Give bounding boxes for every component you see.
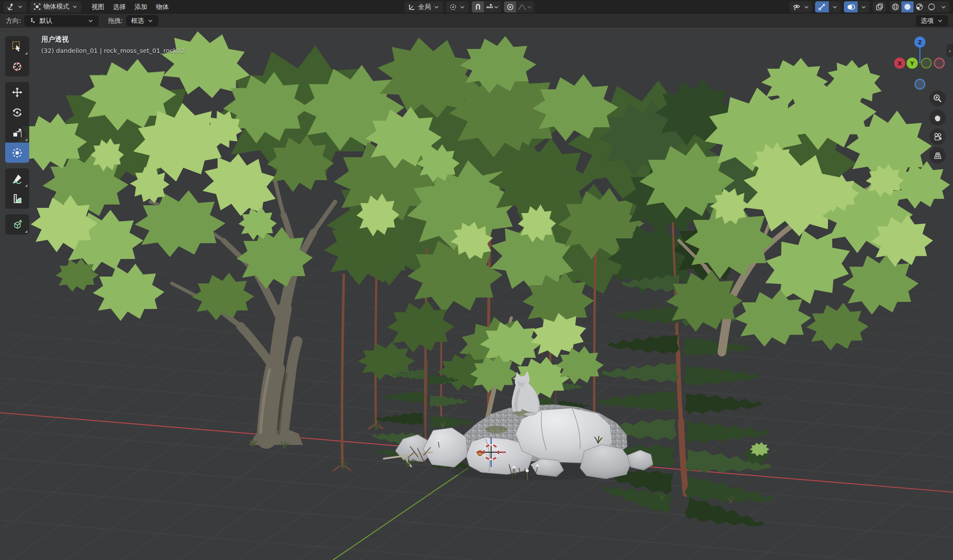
blender-window: 物体模式 视图 选择 添加 物体 全局 <box>0 0 953 560</box>
direction-value: 默认 <box>40 17 52 25</box>
chevron-down-icon <box>526 6 532 9</box>
chevron-down-icon <box>459 6 465 9</box>
pan-button[interactable] <box>929 110 946 126</box>
snap-magnet-icon <box>474 3 482 11</box>
options-dropdown[interactable]: 选项 <box>916 15 948 26</box>
tool-rotate[interactable] <box>5 102 29 122</box>
navigation-zone: Z X Y <box>884 27 953 173</box>
3d-cursor-icon <box>12 61 23 72</box>
orientation-label: 全局 <box>418 3 431 11</box>
gizmo-arrow-icon <box>818 3 826 11</box>
rendered-sphere-icon <box>928 3 935 11</box>
menu-view[interactable]: 视图 <box>87 1 109 12</box>
drag-value: 框选 <box>131 17 144 25</box>
viewport-header: 物体模式 视图 选择 添加 物体 全局 <box>0 0 953 14</box>
tool-move[interactable] <box>5 82 29 102</box>
drag-label: 拖拽: <box>108 17 123 25</box>
scale-icon <box>12 127 23 138</box>
shading-material-button[interactable] <box>913 1 926 12</box>
camera-icon <box>933 132 943 142</box>
tool-annotate[interactable] <box>5 168 29 189</box>
proportional-editing-toggle[interactable] <box>504 1 516 12</box>
chevron-down-icon <box>147 19 153 22</box>
chevron-down-icon <box>941 6 947 9</box>
gizmo-z-label: Z <box>918 39 922 46</box>
mode-selector[interactable]: 物体模式 <box>30 1 81 12</box>
gizmo-axis-x-neg[interactable] <box>935 58 944 68</box>
tool-settings-bar: 方向: 默认 拖拽: 框选 选项 <box>0 14 953 27</box>
shading-rendered-button[interactable] <box>926 1 938 12</box>
rotate-icon <box>12 107 23 118</box>
overlays-icon <box>847 3 855 11</box>
hand-icon <box>933 113 942 122</box>
chevron-down-icon <box>72 5 78 8</box>
proportional-falloff-dropdown[interactable] <box>516 1 534 12</box>
pivot-point-dropdown[interactable] <box>446 1 469 12</box>
grid-toggle-button[interactable] <box>929 147 946 164</box>
wireframe-sphere-icon <box>892 3 899 11</box>
shading-dropdown[interactable] <box>938 1 950 12</box>
viewport-canvas[interactable]: .f1{fill:var(--leaf-1)} .f2{fill:var(--l… <box>0 27 953 560</box>
shading-solid-button[interactable] <box>901 1 913 12</box>
camera-view-button[interactable] <box>929 128 946 145</box>
zoom-button[interactable] <box>929 90 946 107</box>
box-select-icon <box>12 41 23 52</box>
shading-wireframe-button[interactable] <box>889 1 901 12</box>
xray-toggle[interactable] <box>873 1 886 12</box>
transform-default-icon <box>29 17 36 24</box>
chevron-down-icon <box>493 6 499 9</box>
gizmos-dropdown[interactable] <box>829 1 841 12</box>
editor-3d-viewport-icon <box>7 3 15 11</box>
transform-orientation-dropdown[interactable]: 全局 <box>405 1 443 12</box>
direction-dropdown[interactable]: 默认 <box>24 15 98 26</box>
snap-increment-icon <box>486 3 493 11</box>
solid-sphere-icon <box>904 3 911 11</box>
measure-icon <box>12 193 23 204</box>
move-icon <box>12 87 23 98</box>
tool-add-cube[interactable] <box>5 214 29 234</box>
falloff-curve-icon <box>518 3 526 11</box>
material-sphere-icon <box>916 3 923 11</box>
gizmo-x-label: X <box>898 60 902 67</box>
snap-toggle[interactable] <box>472 1 484 12</box>
menu-add[interactable]: 添加 <box>130 1 152 12</box>
sidebar-toggle[interactable]: ‹ <box>947 44 953 57</box>
object-mode-icon <box>34 3 41 10</box>
gizmo-y-label: Y <box>910 60 914 67</box>
show-object-types-dropdown[interactable] <box>790 1 812 12</box>
drag-mode-dropdown[interactable]: 框选 <box>126 15 158 26</box>
chevron-down-icon <box>17 5 23 8</box>
chevron-down-icon <box>434 6 440 9</box>
chevron-down-icon <box>937 19 943 22</box>
proportional-editing-icon <box>507 3 514 11</box>
transform-icon <box>12 147 23 158</box>
add-cube-icon <box>12 219 23 230</box>
tool-measure[interactable] <box>5 189 29 209</box>
menu-select[interactable]: 选择 <box>109 1 130 12</box>
3d-viewport[interactable]: .f1{fill:var(--leaf-1)} .f2{fill:var(--l… <box>0 27 953 560</box>
tool-scale[interactable] <box>5 122 29 143</box>
orientation-global-icon <box>408 3 415 11</box>
overlays-dropdown[interactable] <box>858 1 870 12</box>
snap-target-dropdown[interactable] <box>484 1 501 12</box>
menu-object[interactable]: 物体 <box>152 1 173 12</box>
tool-tweak-select[interactable] <box>5 36 29 56</box>
annotate-pencil-icon <box>12 173 23 184</box>
chevron-down-icon <box>832 6 838 9</box>
gizmo-axis-y-neg[interactable] <box>922 58 932 68</box>
options-label: 选项 <box>921 17 934 25</box>
tool-transform[interactable] <box>5 143 29 163</box>
direction-label: 方向: <box>6 17 21 25</box>
object-origin-dot <box>478 451 483 456</box>
overlays-toggle[interactable] <box>844 1 858 12</box>
editor-type-button[interactable] <box>3 1 27 12</box>
toolbar <box>5 36 29 240</box>
pivot-point-icon <box>449 3 457 11</box>
zoom-icon <box>933 94 942 103</box>
gizmo-axis-z-neg[interactable] <box>915 79 925 89</box>
grid-plane-icon <box>933 151 943 161</box>
chevron-down-icon <box>803 6 809 9</box>
visibility-eye-icon <box>792 3 801 11</box>
gizmos-toggle[interactable] <box>815 1 829 12</box>
tool-cursor[interactable] <box>5 56 29 76</box>
